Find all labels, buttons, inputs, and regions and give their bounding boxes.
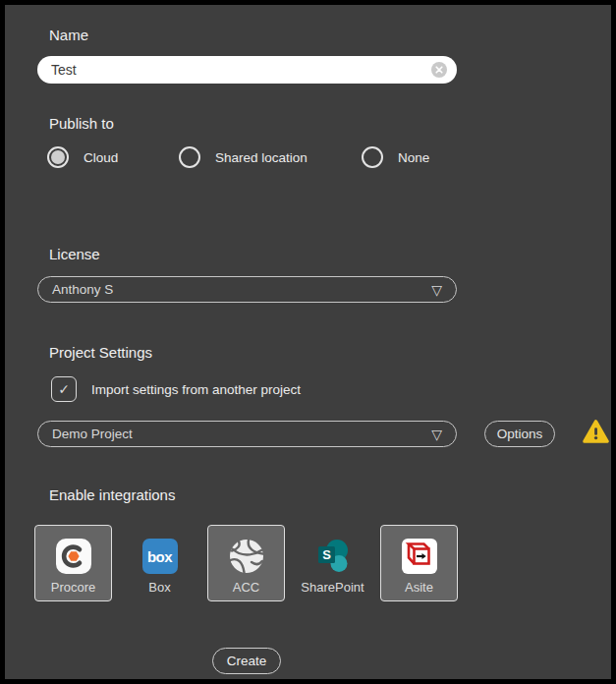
chevron-down-icon: ▽: [431, 283, 442, 297]
create-project-dialog: Name Test Publish to Cloud Shared locati…: [0, 0, 616, 684]
integration-tile-procore[interactable]: Procore: [34, 525, 112, 601]
create-button[interactable]: Create: [212, 648, 281, 674]
radio-shared-location[interactable]: Shared location: [179, 146, 308, 168]
asite-icon: [401, 538, 438, 575]
publish-to-label: Publish to: [49, 115, 114, 132]
radio-selected-icon: [47, 146, 69, 168]
radio-shared-location-label: Shared location: [215, 150, 308, 165]
license-dropdown[interactable]: Anthony S ▽: [37, 276, 457, 303]
license-dropdown-value: Anthony S: [52, 282, 431, 297]
radio-none-label: None: [398, 150, 429, 165]
acc-globe-icon: [228, 538, 265, 575]
sharepoint-icon: S: [314, 538, 352, 575]
radio-cloud-label: Cloud: [84, 150, 118, 165]
box-icon: box: [141, 538, 179, 575]
license-label: License: [49, 246, 100, 262]
clear-icon[interactable]: [430, 61, 448, 79]
tile-label-asite: Asite: [405, 580, 433, 595]
radio-unselected-icon: [362, 146, 383, 168]
import-settings-label: Import settings from another project: [91, 382, 301, 397]
tile-label-box: Box: [148, 580, 170, 595]
radio-unselected-icon: [179, 146, 200, 168]
project-dropdown-value: Demo Project: [52, 427, 431, 441]
import-settings-checkbox[interactable]: ✓: [51, 376, 77, 402]
options-button[interactable]: Options: [484, 421, 555, 447]
integration-tile-box[interactable]: box Box: [121, 525, 198, 601]
checkmark-icon: ✓: [58, 381, 70, 397]
sharepoint-logo-text: S: [322, 547, 331, 562]
project-dropdown[interactable]: Demo Project ▽: [37, 421, 457, 447]
integration-tile-acc[interactable]: ACC: [207, 525, 285, 601]
integration-tile-sharepoint[interactable]: S SharePoint: [294, 525, 371, 601]
chevron-down-icon: ▽: [431, 428, 442, 441]
name-input[interactable]: Test: [37, 56, 457, 84]
radio-cloud[interactable]: Cloud: [47, 146, 118, 168]
name-input-value: Test: [51, 62, 430, 78]
warning-icon: [583, 419, 609, 445]
radio-none[interactable]: None: [362, 146, 429, 168]
project-settings-label: Project Settings: [49, 344, 152, 361]
box-logo-text: box: [142, 539, 178, 574]
integration-tile-asite[interactable]: Asite: [380, 525, 458, 601]
procore-icon: [55, 538, 92, 575]
tile-label-procore: Procore: [51, 580, 96, 595]
tile-label-acc: ACC: [233, 580, 259, 595]
name-label: Name: [49, 27, 88, 43]
tile-label-sharepoint: SharePoint: [301, 580, 364, 595]
enable-integrations-label: Enable integrations: [49, 486, 175, 503]
